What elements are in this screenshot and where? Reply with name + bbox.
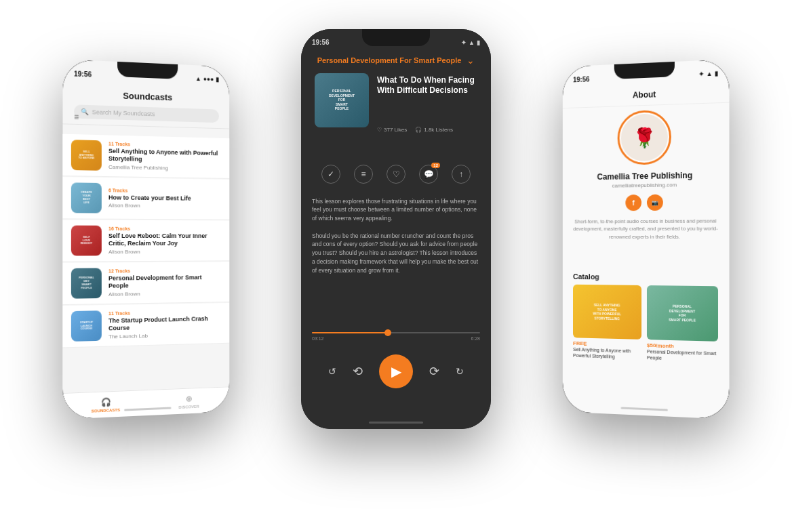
- home-indicator: [369, 422, 423, 424]
- player-controls: ↺ ⟲ ▶ ⟳ ↻: [301, 354, 491, 388]
- left-header: ≡ Soundcasts 🔍 Search My Soundcasts: [62, 81, 229, 129]
- search-placeholder: Search My Soundcasts: [92, 108, 155, 117]
- catalog-label: Catalog: [573, 272, 599, 281]
- episode-title: What To Do When Facing With Difficult De…: [377, 75, 480, 96]
- listens-stat: 🎧 1.8k Listens: [415, 127, 453, 133]
- headphone-icon: 🎧: [415, 127, 422, 133]
- soundcast-thumb-create: CREATEYOURBESTLIFE: [71, 182, 102, 213]
- comment-button[interactable]: 💬 12: [419, 165, 438, 184]
- soundcast-title: Personal Development for Smart People: [108, 274, 222, 289]
- bluetooth-icon: ✦: [461, 39, 467, 46]
- soundcast-thumb-startup: STARTUPLAUNCHCOURSE: [71, 310, 102, 342]
- likes-count: 377 Likes: [384, 127, 407, 133]
- player-progress[interactable]: 03:12 6:28: [312, 332, 480, 341]
- play-button[interactable]: ▶: [379, 354, 413, 388]
- left-status-icons: ▲ ●●● ▮: [195, 75, 219, 83]
- like-button[interactable]: ♡: [387, 165, 405, 184]
- chevron-down-icon[interactable]: ⌄: [467, 55, 475, 66]
- social-links: f 📷: [563, 193, 730, 211]
- wifi-icon: ▲: [195, 75, 201, 82]
- listens-count: 1.8k Listens: [424, 127, 453, 133]
- heart-icon: ♡: [377, 127, 382, 133]
- wifi-icon: ▲: [707, 70, 713, 77]
- right-time: 19:56: [573, 75, 590, 83]
- progress-fill: [312, 332, 388, 333]
- center-time: 19:56: [312, 39, 330, 46]
- catalog-thumb-text: PERSONALDEVELOPMENTFORSMART PEOPLE: [666, 301, 698, 325]
- tab-soundcasts[interactable]: 🎧 SOUNDCASTS: [62, 395, 148, 414]
- wifi-icon: ▲: [469, 39, 475, 46]
- home-indicator: [621, 407, 668, 411]
- soundcasts-title: Soundcasts: [74, 88, 219, 104]
- right-screen: 19:56 ✦ ▲ ▮ About 🌹 Camellia Tree Publis…: [563, 59, 730, 419]
- forward-speed-button[interactable]: ↻: [456, 366, 464, 377]
- player-artwork: PERSONALDEVELOPMENTFORSMARTPEOPLE: [315, 73, 369, 127]
- soundcast-item[interactable]: CREATEYOURBESTLIFE 6 Tracks How to Creat…: [62, 177, 229, 220]
- right-notch: [614, 61, 675, 79]
- likes-stat: ♡ 377 Likes: [377, 127, 407, 133]
- facebook-button[interactable]: f: [625, 195, 641, 211]
- soundcast-info: 16 Tracks Self Love Reboot: Calm Your In…: [108, 226, 222, 255]
- bluetooth-icon: ✦: [698, 70, 704, 77]
- time-current: 03:12: [312, 336, 324, 341]
- search-bar[interactable]: 🔍 Search My Soundcasts: [74, 104, 219, 123]
- time-total: 6:28: [471, 336, 480, 341]
- soundcast-item[interactable]: PERSONALDEVSMARTPEOPLE 12 Tracks Persona…: [62, 262, 229, 305]
- soundcast-author: Camellia Tree Publishing: [108, 163, 222, 171]
- publisher-avatar: 🌹: [621, 112, 668, 161]
- center-notch: [362, 29, 430, 46]
- player-stats: ♡ 377 Likes 🎧 1.8k Listens: [377, 127, 480, 133]
- soundcast-item[interactable]: STARTUPLAUNCHCOURSE 11 Tracks The Startu…: [62, 302, 229, 347]
- center-screen: 19:56 ✦ ▲ ▮ Personal Development For Sma…: [301, 29, 491, 429]
- comment-badge: 12: [431, 163, 440, 168]
- catalog-card[interactable]: SELL ANYTHINGTO ANYONEWITH POWERFULSTORY…: [573, 284, 641, 360]
- catalog-grid: SELL ANYTHINGTO ANYONEWITH POWERFULSTORY…: [573, 284, 718, 363]
- publisher-description: Short-form, to-the-point audio courses i…: [573, 217, 718, 240]
- battery-icon: ▮: [715, 70, 718, 77]
- filter-icon[interactable]: ≡: [74, 112, 79, 121]
- soundcast-title: How to Create your Best Life: [108, 193, 222, 202]
- player-actions: ✓ ≡ ♡ 💬 12 ↑: [301, 165, 491, 184]
- compass-icon: ⊕: [186, 393, 193, 403]
- scene: 19:56 ▲ ●●● ▮ ≡ Soundcasts 🔍 Search My S…: [23, 9, 769, 524]
- check-button[interactable]: ✓: [321, 165, 340, 184]
- tracks-label: 11 Tracks: [108, 309, 222, 316]
- publisher-name: Camellia Tree Publishing: [563, 169, 730, 182]
- soundcast-title: Self Love Reboot: Calm Your Inner Critic…: [108, 232, 222, 247]
- publisher-website[interactable]: camelliatreepublishing.com: [563, 181, 730, 189]
- rewind-speed-button[interactable]: ↺: [328, 366, 336, 377]
- body-paragraph-1: This lesson explores those frustrating s…: [312, 197, 480, 223]
- avatar-ring: 🌹: [618, 109, 671, 165]
- progress-thumb: [384, 329, 391, 336]
- tracks-label: 6 Tracks: [108, 187, 222, 193]
- catalog-thumb-text: SELL ANYTHINGTO ANYONEWITH POWERFULSTORY…: [591, 300, 624, 323]
- soundcast-list: SELLANYTHINGTO ANYONE 11 Tracks Sell Any…: [62, 134, 229, 392]
- soundcast-thumb-personal: PERSONALDEVSMARTPEOPLE: [71, 268, 102, 298]
- soundcast-info: 11 Tracks The Startup Product Launch Cra…: [108, 309, 222, 340]
- soundcast-author: Alison Brown: [108, 248, 222, 254]
- progress-track[interactable]: [312, 332, 480, 333]
- soundcast-author: The Launch Lab: [108, 331, 222, 340]
- soundcast-thumb-selflove: SELFLOVEREBOOT: [71, 225, 102, 255]
- instagram-button[interactable]: 📷: [647, 194, 663, 210]
- catalog-card[interactable]: PERSONALDEVELOPMENTFORSMART PEOPLE $50/m…: [647, 285, 718, 363]
- artwork-text: PERSONALDEVELOPMENTFORSMARTPEOPLE: [326, 86, 357, 114]
- right-status-icons: ✦ ▲ ▮: [698, 70, 718, 77]
- tracks-label: 12 Tracks: [108, 268, 222, 273]
- transcript-button[interactable]: ≡: [354, 165, 373, 184]
- rewind-button[interactable]: ⟲: [353, 364, 363, 379]
- soundcast-item[interactable]: SELFLOVEREBOOT 16 Tracks Self Love Reboo…: [62, 220, 229, 262]
- share-button[interactable]: ↑: [452, 165, 471, 184]
- search-icon: 🔍: [81, 108, 88, 115]
- right-phone: 19:56 ✦ ▲ ▮ About 🌹 Camellia Tree Publis…: [563, 59, 730, 419]
- soundcast-item[interactable]: SELLANYTHINGTO ANYONE 11 Tracks Sell Any…: [62, 134, 229, 178]
- left-time: 19:56: [74, 69, 92, 77]
- tab-soundcasts-label: SOUNDCASTS: [92, 407, 121, 413]
- left-screen: 19:56 ▲ ●●● ▮ ≡ Soundcasts 🔍 Search My S…: [62, 59, 229, 419]
- soundcast-title: The Startup Product Launch Crash Course: [108, 315, 222, 332]
- forward-button[interactable]: ⟳: [429, 364, 439, 379]
- progress-times: 03:12 6:28: [312, 336, 480, 341]
- soundcast-info: 6 Tracks How to Create your Best Life Al…: [108, 187, 222, 209]
- soundcast-thumb-sell: SELLANYTHINGTO ANYONE: [71, 140, 102, 171]
- soundcast-author: Alison Brown: [108, 289, 222, 297]
